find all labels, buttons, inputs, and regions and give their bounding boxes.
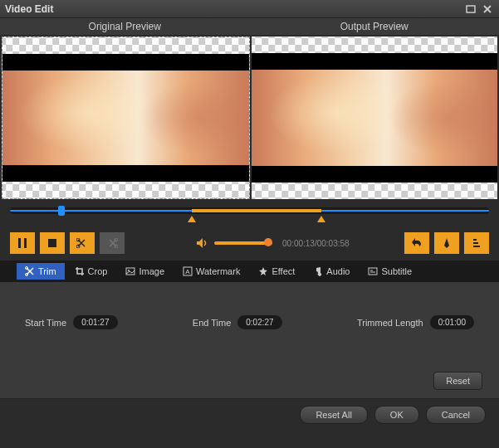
pause-button[interactable] <box>10 232 35 254</box>
start-time-label: Start Time <box>25 318 66 328</box>
volume-knob[interactable] <box>264 238 272 246</box>
tab-label: Audio <box>326 266 350 276</box>
window-controls <box>464 3 494 15</box>
close-icon[interactable] <box>481 3 494 15</box>
reset-button[interactable]: Reset <box>433 372 482 390</box>
cut-end-button[interactable] <box>100 232 125 254</box>
timeline-playhead[interactable] <box>58 206 65 216</box>
trim-fields: Start Time 0:01:27 End Time 0:02:27 Trim… <box>25 315 474 329</box>
end-time-value[interactable]: 0:02:27 <box>237 315 281 329</box>
tab-crop[interactable]: Crop <box>66 263 116 280</box>
preview-row <box>0 35 499 201</box>
end-time-field: End Time 0:02:27 <box>193 315 282 329</box>
maximize-icon[interactable] <box>464 3 477 15</box>
tab-label: Watermark <box>196 266 240 276</box>
scissors-icon <box>25 266 35 276</box>
ok-button[interactable]: OK <box>374 406 419 424</box>
volume-group: 00:00:13/00:03:58 <box>196 237 350 249</box>
right-playback-controls <box>404 232 489 254</box>
tab-trim[interactable]: Trim <box>17 263 65 280</box>
volume-icon[interactable] <box>196 237 209 249</box>
svg-rect-14 <box>369 268 377 275</box>
tab-label: Subtitle <box>381 266 412 276</box>
tab-audio[interactable]: Audio <box>305 263 358 280</box>
output-preview-pane <box>252 37 498 199</box>
svg-rect-1 <box>18 238 21 248</box>
trimmed-length-label: Trimmed Length <box>357 318 423 328</box>
tab-label: Effect <box>272 266 295 276</box>
timeline-section <box>0 201 499 229</box>
trimmed-length-value: 0:01:00 <box>430 315 474 329</box>
original-preview-pane[interactable] <box>2 37 250 199</box>
reset-all-button[interactable]: Reset All <box>300 406 367 424</box>
edit-tabs: TrimCropImageAWatermarkEffectAudioSubtit… <box>0 261 499 282</box>
tab-label: Trim <box>38 266 56 276</box>
note-icon <box>313 266 323 276</box>
volume-slider[interactable] <box>214 241 272 245</box>
trim-start-marker[interactable] <box>188 216 196 222</box>
svg-rect-0 <box>467 6 475 12</box>
tab-label: Crop <box>88 266 108 276</box>
window-title: Video Edit <box>5 3 53 15</box>
tab-label: Image <box>139 266 164 276</box>
timecode-display: 00:00:13/00:03:58 <box>282 239 350 248</box>
original-preview-image <box>2 71 249 165</box>
star-icon <box>258 266 268 276</box>
svg-text:A: A <box>185 268 190 275</box>
timeline-markers <box>10 219 489 226</box>
stop-button[interactable] <box>40 232 65 254</box>
trim-panel: Start Time 0:01:27 End Time 0:02:27 Trim… <box>0 282 499 398</box>
svg-rect-2 <box>24 238 27 248</box>
timeline-track[interactable] <box>10 207 489 214</box>
titlebar: Video Edit <box>0 0 499 18</box>
timeline-trim-range <box>192 209 321 212</box>
cancel-button[interactable]: Cancel <box>426 406 486 424</box>
trimmed-length-field: Trimmed Length 0:01:00 <box>357 315 474 329</box>
output-preview-label: Output Preview <box>250 18 500 35</box>
start-time-value[interactable]: 0:01:27 <box>73 315 117 329</box>
step-button[interactable] <box>464 232 489 254</box>
output-preview-image <box>252 70 498 166</box>
trim-end-marker[interactable] <box>317 216 325 222</box>
cut-start-button[interactable] <box>70 232 95 254</box>
tab-effect[interactable]: Effect <box>250 263 303 280</box>
svg-rect-3 <box>48 239 56 247</box>
tab-image[interactable]: Image <box>117 263 173 280</box>
crop-icon <box>75 266 85 276</box>
tab-watermark[interactable]: AWatermark <box>174 263 248 280</box>
playback-controls: 00:00:13/00:03:58 <box>0 229 499 261</box>
end-time-label: End Time <box>193 318 231 328</box>
tab-subtitle[interactable]: Subtitle <box>360 263 420 280</box>
watermark-icon: A <box>183 266 193 276</box>
footer: Reset All OK Cancel <box>0 398 499 430</box>
undo-button[interactable] <box>404 232 429 254</box>
marker-button[interactable] <box>434 232 459 254</box>
subtitle-icon <box>368 266 378 276</box>
original-preview-label: Original Preview <box>0 18 250 35</box>
start-time-field: Start Time 0:01:27 <box>25 315 118 329</box>
preview-headers: Original Preview Output Preview <box>0 18 499 35</box>
image-icon <box>125 266 135 276</box>
